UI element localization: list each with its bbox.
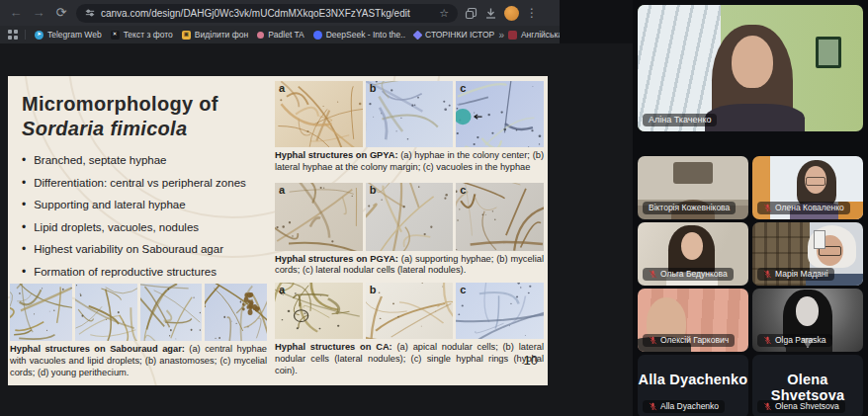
micrograph-letter-label: a [279,284,285,295]
tab-switcher-icon[interactable] [465,7,477,20]
reload-button[interactable]: ⟳ [53,0,69,26]
participant-video [638,5,863,131]
figure-group-pgya: abcHyphal structures on PGYA: (a) suppor… [275,183,544,278]
micrograph-image: b [366,283,454,339]
bookmark-label: Англійська [521,30,560,40]
participant-tile[interactable]: Олена Коваленко [752,156,863,219]
bullet-dot: • [22,221,26,233]
participant-name-text: Вікторія Кожевнікова [649,203,730,212]
bullet-text: Formation of reproductive structures [34,266,217,278]
bullet-item: •Branched, septate hyphae [22,154,275,166]
bookmark-favicon [313,31,322,40]
micrograph-image: c [456,283,544,339]
site-settings-icon[interactable] [85,8,95,18]
bullet-text: Branched, septate hyphae [34,154,166,166]
downloads-icon[interactable] [484,7,497,20]
menu-kebab-icon[interactable]: ⋮ [526,0,538,26]
bullet-text: Highest variability on Sabouraud agar [34,243,223,255]
participant-name-text: Olena Shvetsova [775,401,839,411]
figure-group-ca: abcHyphal structures on CA: (a) apical n… [275,283,544,376]
participant-name-label: Олексій Гаркович [643,334,735,347]
participant-name-label: Вікторія Кожевнікова [643,202,736,214]
camera-off-name: Alla Dyachenko [638,372,748,387]
bookmark-item[interactable]: СТОРІНКИ ІСТОРІЇ [414,30,499,40]
micrograph-letter-label: b [370,82,377,94]
participant-tile[interactable]: Olga Paraska [752,289,863,352]
micrograph-letter-label: b [370,184,377,196]
figure-caption-lead: Hyphal structures on PGYA: [275,254,398,264]
participant-tile[interactable]: Олексій Гаркович [638,289,748,352]
bookmark-label: Padlet TA [268,30,304,40]
bookmark-item[interactable]: Англійська [508,30,560,40]
bullet-dot: • [22,177,26,189]
participant-name-text: Ольга Бедункова [660,269,728,279]
participant-tile[interactable]: Alla DyachenkoAlla Dyachenko [638,355,748,416]
bookmark-item[interactable]: ✕Текст з фото [111,30,173,40]
browser-toolbar: ← → ⟳ canva.com/design/DAHGj0Wc3vk/mUCdm… [0,0,560,26]
video-p-face [796,296,820,325]
video-p-x [816,37,841,68]
micrograph-row: abc [275,283,544,339]
participant-name-label: Ольга Бедункова [643,268,734,281]
back-button[interactable]: ← [8,0,24,26]
micrograph-image: c [456,183,544,251]
bookmark-label: Текст з фото [124,30,173,40]
micrograph-letter-label: a [279,184,285,196]
figure-caption: Hyphal structures on GPYA: (a) hyphae in… [275,150,544,174]
bullet-item: •Formation of reproductive structures [22,266,275,278]
forward-button[interactable]: → [31,0,46,26]
micrograph-image: b [366,81,454,147]
meeting-panel: Аліна Ткаченко Вікторія КожевніковаОлена… [633,0,868,416]
bullet-text: Differentiation: central vs peripheral z… [34,177,246,189]
more-bookmarks-chevron[interactable]: » [494,30,508,41]
participant-tile[interactable]: Olena ShvetsovaOlena Shvetsova [752,355,863,416]
micrograph-image [140,284,203,341]
participant-tile[interactable]: Марія Мадані [752,222,863,286]
video-p-face [681,232,703,260]
screen: ← → ⟳ canva.com/design/DAHGj0Wc3vk/mUCdm… [0,0,868,416]
micrograph-image [205,284,267,341]
figure-caption-lead: Hyphal structures on GPYA: [275,150,397,160]
participant-name-label: Марія Мадані [757,268,834,281]
participant-tile[interactable]: Вікторія Кожевнікова [638,156,748,219]
bullet-item: •Highest variability on Sabouraud agar [22,243,275,255]
browser-window: ← → ⟳ canva.com/design/DAHGj0Wc3vk/mUCdm… [0,0,633,416]
bookmark-label: Виділити фон [195,30,248,40]
mic-muted-icon [649,336,657,345]
mic-muted-icon [763,204,772,212]
micrograph-image: c [456,81,544,147]
bookmark-star-icon[interactable]: ☆ [439,0,449,26]
video-p-x [673,162,713,184]
bullet-dot: • [22,154,26,166]
apps-grid-icon[interactable] [8,30,26,40]
address-bar[interactable]: canva.com/design/DAHGj0Wc3vk/mUCdmMXkqoE… [76,4,458,23]
mic-muted-icon [763,336,772,345]
bullet-dot: • [22,199,26,210]
participant-name-text: Олена Коваленко [775,203,844,212]
micrograph-row: abc [275,183,544,251]
participant-tile[interactable]: Ольга Бедункова [638,222,748,286]
participant-name-label: Alla Dyachenko [643,400,725,413]
profile-avatar[interactable] [504,6,519,21]
participant-tile[interactable]: Аліна Ткаченко [638,5,863,131]
micrograph-image: a [275,283,363,339]
bullet-text: Supporting and lateral hyphae [34,199,185,210]
slide: Micromorphology ofSordaria fimicola •Bra… [8,76,548,385]
bookmark-item[interactable]: DeepSeek - Into the.. [313,30,405,40]
bookmark-item[interactable]: ➤Telegram Web [35,30,102,40]
micrograph-image [10,284,72,341]
figure-caption-lead: Hyphal structures on CA: [275,342,392,352]
video-p-x [814,230,825,249]
participant-name-label: Olena Shvetsova [757,400,845,413]
participants-grid: Вікторія КожевніковаОлена КоваленкоОльга… [638,156,863,416]
bookmark-favicon: ➤ [35,31,43,40]
mic-muted-icon [763,402,772,411]
micrograph-letter-label: c [460,284,466,295]
slide-title: Micromorphology ofSordaria fimicola [22,92,275,141]
bookmark-favicon [413,30,423,40]
bullet-item: •Differentiation: central vs peripheral … [22,177,275,189]
bookmark-item[interactable]: ▣Виділити фон [182,30,248,40]
bookmark-item[interactable]: Padlet TA [257,30,304,40]
micrograph-image: b [366,183,454,251]
video-p-face [732,36,773,89]
